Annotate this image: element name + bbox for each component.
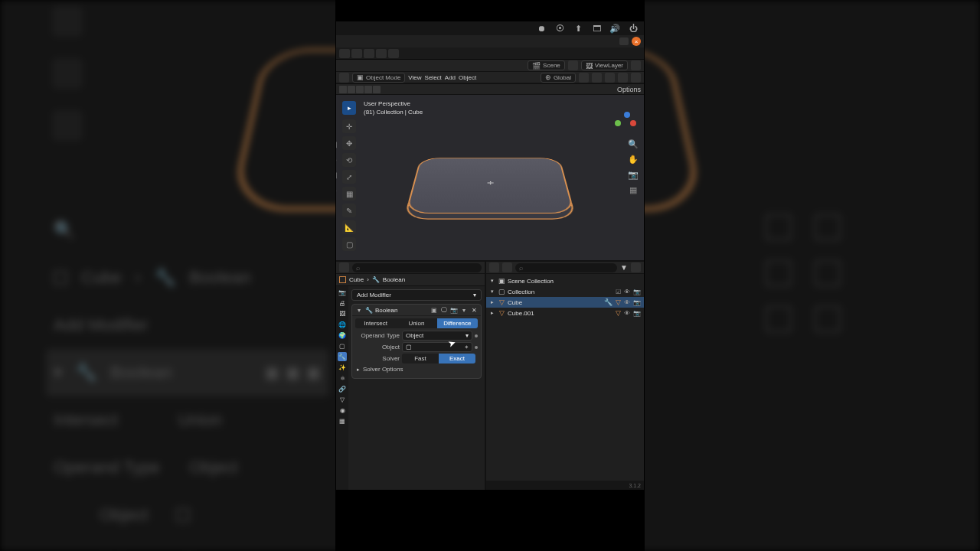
persp-ortho-icon[interactable]: ▦	[627, 184, 639, 196]
outliner-tree[interactable]: ▾ ▣ Scene Collection ▾ ▢ Collection ☑👁📷 …	[486, 274, 644, 320]
breadcrumb-object[interactable]: Cube	[349, 276, 364, 283]
options-dropdown[interactable]: Options	[617, 86, 641, 93]
nav-gizmo[interactable]	[615, 110, 638, 133]
new-collection-icon[interactable]	[631, 262, 641, 272]
operand-type-select[interactable]: Object▾	[402, 331, 472, 341]
shading-mode-icon[interactable]	[339, 86, 347, 93]
move-tool-icon[interactable]: ✥	[342, 136, 356, 150]
boolean-operation-segmented[interactable]: Intersect Union Difference	[355, 318, 478, 328]
header-button[interactable]	[618, 73, 628, 83]
3d-viewport[interactable]: ▸ User Perspective (81) Collection | Cub…	[336, 95, 644, 262]
scene-new-button[interactable]	[568, 60, 578, 70]
rotate-tool-icon[interactable]: ⟲	[342, 153, 356, 167]
camera-view-icon[interactable]: 📷	[627, 168, 639, 181]
viewlayer-new-button[interactable]	[631, 60, 641, 70]
menu-add[interactable]: Add	[445, 74, 456, 81]
annotate-tool-icon[interactable]: ✎	[342, 204, 356, 217]
proportional-edit[interactable]	[605, 73, 615, 83]
breadcrumb-modifier[interactable]: Boolean	[383, 276, 405, 283]
camera-icon[interactable]: 📷	[633, 299, 641, 306]
tab-constraints-icon[interactable]: 🔗	[338, 384, 347, 393]
display-render-icon[interactable]: 📷	[450, 306, 458, 314]
tab-material-icon[interactable]: ◉	[338, 406, 347, 415]
shading-mode-icon[interactable]	[348, 86, 355, 93]
pan-icon[interactable]: ✋	[627, 153, 639, 165]
tree-row-scene-collection[interactable]: ▾ ▣ Scene Collection	[486, 276, 644, 286]
axis-z-icon[interactable]	[624, 112, 630, 118]
display-realtime-icon[interactable]: 🖵	[440, 306, 448, 314]
shading-mode-icon[interactable]	[373, 86, 381, 93]
tab-modifiers-icon[interactable]: 🔧	[338, 352, 347, 361]
properties-search[interactable]: ⌕	[352, 263, 482, 272]
animate-dot-icon[interactable]	[475, 334, 478, 337]
eye-icon[interactable]: 👁	[624, 310, 630, 317]
eye-icon[interactable]: 👁	[624, 299, 630, 306]
display-editmode-icon[interactable]: ▣	[430, 306, 438, 314]
workspace-tab[interactable]	[364, 49, 374, 58]
tray-icon[interactable]: 🗖	[592, 24, 601, 33]
restrict-select-icon[interactable]: ☑	[616, 289, 621, 295]
sidebar-icon[interactable]: ◧	[336, 138, 339, 150]
measure-tool-icon[interactable]: 📐	[342, 220, 356, 234]
tree-row-cube[interactable]: ▸ ▽ Cube 🔧 ▽ 👁📷	[486, 297, 644, 308]
camera-icon[interactable]: 📷	[633, 289, 641, 295]
mode-selector[interactable]: ▣Object Mode	[352, 73, 405, 83]
op-union[interactable]: Union	[396, 318, 436, 328]
object-select[interactable]: ▢⌖	[402, 342, 472, 352]
solver-fast[interactable]: Fast	[402, 354, 439, 364]
viewlayer-selector[interactable]: 🖼ViewLayer	[581, 60, 628, 70]
menu-view[interactable]: View	[408, 74, 421, 81]
tab-scene-icon[interactable]: 🌐	[338, 320, 347, 329]
editor-type-icon[interactable]	[489, 262, 499, 272]
chevron-down-icon[interactable]: ▾	[460, 306, 468, 314]
display-mode-icon[interactable]	[502, 262, 512, 272]
editor-type-icon[interactable]	[339, 262, 349, 272]
mesh-object[interactable]	[402, 129, 578, 252]
outliner-search[interactable]: ⌕	[515, 263, 617, 272]
tree-row-collection[interactable]: ▾ ▢ Collection ☑👁📷	[486, 286, 644, 297]
solver-exact[interactable]: Exact	[439, 354, 475, 364]
menu-select[interactable]: Select	[425, 74, 442, 81]
op-difference[interactable]: Difference	[437, 318, 478, 328]
workspace-tabs[interactable]	[336, 47, 644, 60]
orientation-selector[interactable]: ⊕Global	[541, 73, 576, 83]
tab-particles-icon[interactable]: ✨	[338, 363, 347, 372]
shading-mode-icon[interactable]	[356, 86, 364, 93]
tab-output-icon[interactable]: 🖨	[338, 298, 347, 308]
tray-power-icon[interactable]: ⏻	[629, 24, 638, 33]
op-intersect[interactable]: Intersect	[355, 318, 396, 328]
tray-volume-icon[interactable]: 🔊	[610, 24, 619, 33]
tray-icon[interactable]: ⬆	[573, 24, 583, 33]
workspace-tab[interactable]	[339, 49, 350, 58]
eye-icon[interactable]: 👁	[624, 289, 630, 295]
shading-mode-icon[interactable]	[364, 86, 372, 93]
solver-options-expand[interactable]: ▸ Solver Options	[357, 366, 476, 373]
workspace-tab[interactable]	[376, 49, 387, 58]
delete-modifier-icon[interactable]: ✕	[470, 306, 478, 314]
menu-object[interactable]: Object	[459, 74, 476, 81]
addcube-tool-icon[interactable]: ▢	[342, 237, 356, 251]
axis-x-icon[interactable]	[630, 120, 636, 126]
tray-icon[interactable]: ⏺	[537, 24, 546, 33]
sidebar-icon[interactable]: ◐	[336, 153, 339, 165]
filter-icon[interactable]: ▼	[620, 263, 628, 272]
sidebar-icon[interactable]: ◉	[336, 184, 339, 196]
tray-icon[interactable]: ⦿	[555, 24, 564, 33]
scale-tool-icon[interactable]: ⤢	[342, 170, 356, 184]
tree-row-cube001[interactable]: ▸ ▽ Cube.001 ▽ 👁📷	[486, 308, 644, 318]
pivot-selector[interactable]	[592, 73, 602, 83]
zoom-icon[interactable]: 🔍	[627, 138, 639, 150]
solver-segmented[interactable]: Fast Exact	[402, 354, 475, 364]
modifier-name[interactable]: Boolean	[375, 307, 428, 314]
workspace-tab[interactable]	[351, 49, 362, 58]
workspace-tab[interactable]	[388, 49, 399, 58]
minimize-button[interactable]	[619, 37, 629, 45]
tab-world-icon[interactable]: 🌍	[338, 331, 347, 340]
axis-y-icon[interactable]	[615, 120, 621, 126]
header-button[interactable]	[631, 73, 641, 83]
camera-icon[interactable]: 📷	[633, 310, 641, 317]
close-button[interactable]: ×	[632, 37, 641, 46]
snap-toggle[interactable]	[579, 73, 589, 83]
collapse-icon[interactable]: ▾	[355, 306, 363, 314]
add-modifier-dropdown[interactable]: Add Modifier▾	[351, 289, 482, 301]
